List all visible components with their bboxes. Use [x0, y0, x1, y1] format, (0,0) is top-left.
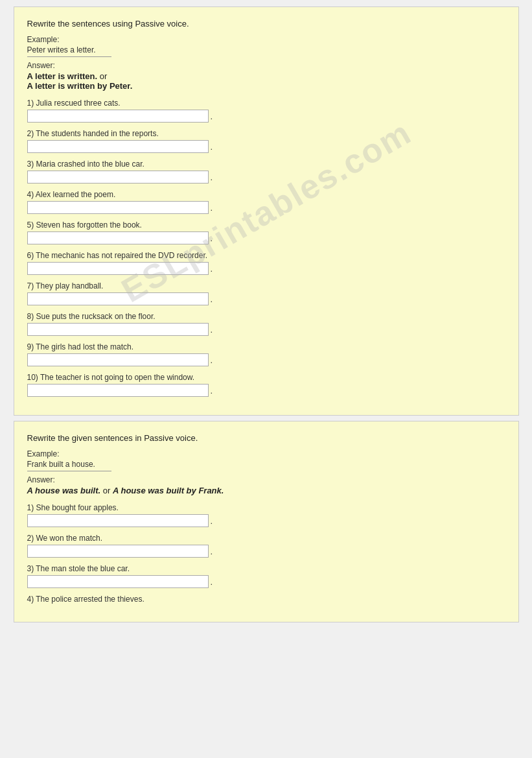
exercise-input-row: .: [27, 201, 505, 214]
exercise-input-row: .: [27, 292, 505, 305]
exercise-dot: .: [211, 547, 213, 556]
exercise-input-row: .: [27, 323, 505, 336]
exercise-question: 4) The police arrested the thieves.: [27, 595, 505, 604]
exercise-dot: .: [211, 112, 213, 121]
exercise-dot: .: [211, 355, 213, 365]
exercise-dot: .: [211, 325, 213, 335]
exercise-input-row: .: [27, 171, 505, 184]
exercise-answer-input-8[interactable]: [27, 323, 209, 336]
exercise-dot: .: [211, 577, 213, 587]
exercise-dot: .: [211, 264, 213, 274]
exercise-answer-input-s2-2[interactable]: [27, 545, 209, 558]
section2-answer-strong2: A house was built by Frank.: [113, 486, 224, 495]
exercise-item: 3) The man stole the blue car..: [27, 564, 505, 588]
exercise-question: 5) Steven has forgotten the book.: [27, 220, 505, 230]
exercise-input-row: .: [27, 514, 505, 527]
exercise-dot: .: [211, 203, 213, 213]
section1-example-underline: [27, 56, 111, 57]
exercise-dot: .: [211, 172, 213, 182]
section-2: Rewrite the given sentences in Passive v…: [14, 421, 519, 622]
exercise-item: 10) The teacher is not going to open the…: [27, 373, 505, 397]
exercise-answer-input-s2-3[interactable]: [27, 575, 209, 588]
exercise-input-row: .: [27, 384, 505, 397]
section1-exercises: 1) Julia rescued three cats..2) The stud…: [27, 99, 505, 397]
exercise-question: 6) The mechanic has not repaired the DVD…: [27, 251, 505, 260]
section1-example-sentence: Peter writes a letter.: [27, 45, 505, 54]
section1-answer-line1: A letter is written. or: [27, 71, 505, 81]
exercise-item: 4) The police arrested the thieves.: [27, 595, 505, 604]
section-1: ESLprintables.com Rewrite the sentences …: [14, 6, 519, 416]
exercise-item: 5) Steven has forgotten the book..: [27, 220, 505, 244]
section2-title: Rewrite the given sentences in Passive v…: [27, 433, 505, 443]
exercise-answer-input-1[interactable]: [27, 110, 209, 123]
exercise-input-row: .: [27, 575, 505, 588]
page-container: ESLprintables.com Rewrite the sentences …: [14, 6, 519, 622]
section1-example-label: Example:: [27, 35, 505, 44]
exercise-dot: .: [211, 294, 213, 304]
section2-example-block: Example: Frank built a house.: [27, 449, 505, 471]
exercise-question: 10) The teacher is not going to open the…: [27, 373, 505, 382]
exercise-input-row: .: [27, 262, 505, 275]
section2-answer-label: Answer:: [27, 475, 505, 484]
section2-example-underline: [27, 471, 111, 471]
exercise-answer-input-4[interactable]: [27, 201, 209, 214]
section1-answer-strong: A letter is written.: [27, 71, 98, 81]
exercise-item: 2) The students handed in the reports..: [27, 129, 505, 153]
section2-example-label: Example:: [27, 449, 505, 458]
section2-answer-line1: A house was built. or A house was built …: [27, 486, 505, 495]
exercise-input-row: .: [27, 545, 505, 558]
exercise-item: 7) They play handball..: [27, 281, 505, 305]
exercise-answer-input-6[interactable]: [27, 262, 209, 275]
exercise-answer-input-2[interactable]: [27, 140, 209, 153]
section1-answer-block: Answer: A letter is written. or A letter…: [27, 61, 505, 91]
section1-answer-strong2: A letter is written by Peter.: [27, 81, 133, 91]
section2-example-sentence: Frank built a house.: [27, 460, 505, 469]
exercise-input-row: .: [27, 140, 505, 153]
section1-answer-label: Answer:: [27, 61, 505, 70]
exercise-question: 3) The man stole the blue car.: [27, 564, 505, 573]
exercise-item: 9) The girls had lost the match..: [27, 342, 505, 366]
section2-answer-block: Answer: A house was built. or A house wa…: [27, 475, 505, 495]
exercise-input-row: .: [27, 231, 505, 244]
exercise-item: 4) Alex learned the poem..: [27, 190, 505, 214]
exercise-input-row: .: [27, 353, 505, 366]
exercise-dot: .: [211, 386, 213, 396]
exercise-item: 8) Sue puts the rucksack on the floor..: [27, 312, 505, 336]
section1-answer-line3: A letter is written by Peter.: [27, 81, 505, 91]
exercise-question: 8) Sue puts the rucksack on the floor.: [27, 312, 505, 321]
section1-title: Rewrite the sentences using Passive voic…: [27, 19, 505, 29]
exercise-answer-input-5[interactable]: [27, 231, 209, 244]
exercise-dot: .: [211, 142, 213, 152]
exercise-item: 1) Julia rescued three cats..: [27, 99, 505, 123]
exercise-answer-input-9[interactable]: [27, 353, 209, 366]
exercise-dot: .: [211, 233, 213, 243]
exercise-answer-input-7[interactable]: [27, 292, 209, 305]
exercise-answer-input-10[interactable]: [27, 384, 209, 397]
exercise-question: 7) They play handball.: [27, 281, 505, 290]
exercise-question: 4) Alex learned the poem.: [27, 190, 505, 199]
exercise-question: 9) The girls had lost the match.: [27, 342, 505, 351]
section2-exercises: 1) She bought four apples..2) We won the…: [27, 503, 505, 604]
exercise-item: 6) The mechanic has not repaired the DVD…: [27, 251, 505, 275]
exercise-question: 2) We won the match.: [27, 534, 505, 543]
exercise-input-row: .: [27, 110, 505, 123]
exercise-question: 1) Julia rescued three cats.: [27, 99, 505, 108]
exercise-dot: .: [211, 516, 213, 526]
exercise-item: 1) She bought four apples..: [27, 503, 505, 527]
exercise-question: 2) The students handed in the reports.: [27, 129, 505, 138]
exercise-item: 3) Maria crashed into the blue car..: [27, 160, 505, 184]
exercise-question: 3) Maria crashed into the blue car.: [27, 160, 505, 169]
exercise-question: 1) She bought four apples.: [27, 503, 505, 512]
section1-example-block: Example: Peter writes a letter.: [27, 35, 505, 57]
section2-answer-strong1: A house was built.: [27, 486, 101, 495]
exercise-item: 2) We won the match..: [27, 534, 505, 558]
exercise-answer-input-s2-1[interactable]: [27, 514, 209, 527]
exercise-answer-input-3[interactable]: [27, 171, 209, 184]
